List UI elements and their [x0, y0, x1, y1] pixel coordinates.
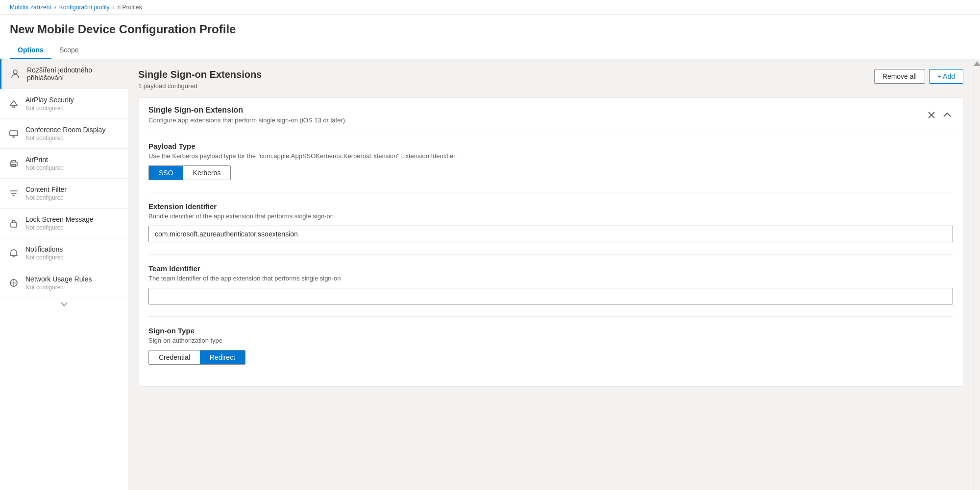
svg-rect-3 [10, 162, 17, 166]
sidebar-airprint-title: AirPrint [25, 156, 120, 163]
scroll-up-indicator[interactable] [974, 61, 980, 66]
breadcrumb-current: n Profiles [117, 4, 142, 11]
sso-extensions-icon [9, 68, 21, 80]
extension-identifier-section: Extension Identifier Bundle identifier o… [148, 202, 953, 242]
credential-toggle-btn[interactable]: Credential [149, 350, 200, 364]
kerberos-toggle-btn[interactable]: Kerberos [183, 166, 231, 180]
add-button[interactable]: + Add [929, 69, 963, 84]
sidebar-item-conference[interactable]: Conference Room Display Not configured [0, 119, 128, 149]
team-identifier-input[interactable] [148, 288, 953, 304]
sso-toggle-btn[interactable]: SSO [149, 166, 183, 180]
svg-rect-1 [13, 105, 15, 107]
sidebar-item-content-filter[interactable]: Content Filter Not configured [0, 179, 128, 209]
sidebar-scroll-down[interactable] [0, 298, 128, 311]
sidebar-item-airprint[interactable]: AirPrint Not configured [0, 149, 128, 179]
collapse-button[interactable] [941, 111, 953, 119]
svg-rect-2 [10, 131, 18, 136]
sidebar-airprint-subtitle: Not configured [25, 164, 120, 171]
payload-type-section: Payload Type Use the Kerberos payload ty… [148, 142, 953, 180]
airprint-icon [8, 158, 20, 169]
section-actions: Remove all + Add [874, 69, 963, 84]
extension-identifier-input[interactable] [148, 226, 953, 242]
sidebar-content-filter-subtitle: Not configured [25, 194, 120, 201]
sign-on-type-label: Sign-on Type [148, 327, 953, 335]
conference-icon [8, 128, 20, 140]
sidebar-item-network-usage[interactable]: Network Usage Rules Not configured [0, 268, 128, 298]
sidebar-network-title: Network Usage Rules [25, 275, 120, 283]
sidebar-item-lock-screen[interactable]: Lock Screen Message Not configured [0, 209, 128, 238]
content-filter-icon [8, 187, 20, 199]
team-identifier-label: Team Identifier [148, 264, 953, 273]
sidebar-lock-screen-subtitle: Not configured [25, 224, 120, 231]
card-header: Single Sign-on Extension Configure app e… [139, 98, 963, 132]
card-description: Configure app extensions that perform si… [148, 117, 347, 124]
page-title: New Mobile Device Configuration Profile [10, 23, 970, 36]
sidebar-notifications-title: Notifications [25, 245, 120, 253]
sidebar-conference-subtitle: Not configured [25, 135, 120, 141]
airplay-security-icon [8, 98, 20, 110]
team-identifier-section: Team Identifier The team identifier of t… [148, 264, 953, 304]
breadcrumb-config-profiles[interactable]: Konfigurační profily [59, 4, 110, 11]
svg-point-0 [13, 70, 17, 74]
sidebar-network-subtitle: Not configured [25, 284, 120, 291]
breadcrumb: Mobilní zařízení › Konfigurační profily … [0, 0, 980, 15]
extension-identifier-desc: Bundle identifier of the app extension t… [148, 212, 953, 220]
notifications-icon [8, 247, 20, 259]
sign-on-type-toggle: Credential Redirect [148, 350, 245, 365]
sidebar-conference-title: Conference Room Display [25, 126, 120, 134]
sign-on-type-section: Sign-on Type Sign-on authorization type … [148, 327, 953, 365]
card-body: Payload Type Use the Kerberos payload ty… [139, 132, 963, 386]
payload-type-desc: Use the Kerberos payload type for the "c… [148, 152, 953, 160]
page-header: New Mobile Device Configuration Profile … [0, 15, 980, 59]
section-subtitle: 1 payload configured [138, 82, 262, 90]
sidebar-airplay-title: AirPlay Security [25, 96, 120, 104]
divider-1 [148, 192, 953, 192]
sidebar-lock-screen-title: Lock Screen Message [25, 215, 120, 223]
sidebar-item-notifications[interactable]: Notifications Not configured [0, 238, 128, 268]
remove-all-button[interactable]: Remove all [874, 69, 925, 84]
card-title: Single Sign-on Extension [148, 106, 347, 115]
sidebar-item-sso-title: Rozšíření jednotného přihlášování [27, 66, 120, 82]
breadcrumb-mobile[interactable]: Mobilní zařízení [10, 4, 51, 11]
team-identifier-desc: The team identifier of the app extension… [148, 275, 953, 282]
tab-scope[interactable]: Scope [51, 42, 87, 59]
sidebar-airplay-subtitle: Not configured [25, 105, 120, 112]
tabs-bar: Options Scope [10, 42, 970, 59]
network-usage-icon [8, 277, 20, 289]
svg-rect-5 [11, 223, 17, 227]
section-title: Single Sign-on Extensions [138, 69, 262, 80]
sign-on-type-desc: Sign-on authorization type [148, 337, 953, 344]
content-area: Single Sign-on Extensions 1 payload conf… [128, 59, 973, 490]
main-layout: Rozšíření jednotného přihlášování AirPla… [0, 59, 980, 490]
sidebar-notifications-subtitle: Not configured [25, 254, 120, 261]
payload-type-label: Payload Type [148, 142, 953, 150]
close-button[interactable] [926, 109, 937, 121]
sidebar-content-filter-title: Content Filter [25, 186, 120, 193]
lock-screen-icon [8, 217, 20, 229]
sidebar-item-sso-extensions[interactable]: Rozšíření jednotného přihlášování [0, 59, 128, 89]
tab-options[interactable]: Options [10, 42, 51, 59]
sso-extension-card: Single Sign-on Extension Configure app e… [138, 97, 963, 387]
payload-type-toggle: SSO Kerberos [148, 165, 231, 180]
divider-2 [148, 254, 953, 255]
section-header: Single Sign-on Extensions 1 payload conf… [138, 69, 963, 90]
svg-rect-4 [12, 164, 16, 166]
extension-identifier-label: Extension Identifier [148, 202, 953, 210]
redirect-toggle-btn[interactable]: Redirect [200, 350, 245, 364]
sidebar: Rozšíření jednotného přihlášování AirPla… [0, 59, 128, 490]
right-scrollbar [973, 59, 980, 490]
sidebar-item-airplay-security[interactable]: AirPlay Security Not configured [0, 89, 128, 119]
divider-3 [148, 316, 953, 317]
